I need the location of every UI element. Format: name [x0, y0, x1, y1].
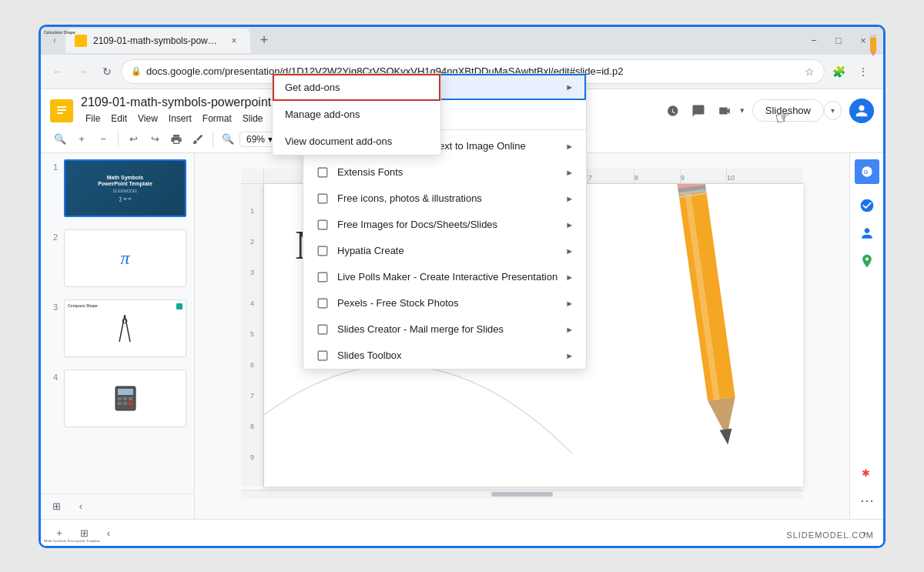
toolbar-zoom-in[interactable]: + [72, 129, 92, 149]
slide-panel: 1 Math SymbolsPowerPoint Template SLIDEM… [41, 153, 195, 519]
sidebar-google-icon[interactable]: G [855, 159, 879, 184]
panel-collapse-button[interactable]: ‹ [72, 497, 90, 516]
maximize-button[interactable]: □ [831, 35, 846, 46]
minimize-button[interactable]: − [806, 35, 822, 46]
menu-item-free-icons[interactable]: Free icons, photos & illustrations ► [303, 186, 586, 212]
slideshow-button[interactable]: Slideshow [752, 99, 824, 122]
sidebar-asterisk-icon[interactable]: ✱ [855, 460, 879, 485]
toolbar-redo[interactable]: ↪ [145, 129, 165, 149]
free-icons-icon [316, 192, 330, 206]
svg-rect-43 [318, 325, 327, 334]
toolbar-paint[interactable] [188, 129, 208, 149]
extensions-icon[interactable]: 🧩 [828, 61, 849, 82]
slide-num-1: 1 [49, 162, 58, 172]
camera-dropdown[interactable]: ▾ [740, 105, 745, 115]
free-icons-chevron: ► [565, 194, 574, 203]
secure-icon: 🔒 [131, 66, 142, 76]
menu-view[interactable]: View [133, 111, 162, 126]
active-tab[interactable]: 2109-01-math-symbols-powerp... × [65, 28, 250, 53]
close-window-button[interactable]: × [855, 35, 871, 46]
grid-view-button[interactable]: ⊞ [47, 497, 65, 516]
horizontal-scrollbar[interactable] [241, 490, 803, 499]
menu-item-live-polls[interactable]: Live Polls Maker - Create Interactive Pr… [303, 264, 586, 290]
scrollbar-thumb[interactable] [491, 492, 553, 497]
history-icon[interactable] [661, 100, 683, 122]
doc-action-icons: ▾ [661, 100, 745, 122]
svg-rect-38 [318, 194, 327, 203]
collapse-panel-button[interactable]: ‹ [99, 523, 118, 542]
window-controls: − □ × [806, 35, 877, 46]
toolbar-undo[interactable]: ↩ [123, 129, 143, 149]
bookmark-star-icon[interactable]: ☆ [805, 65, 815, 78]
refresh-button[interactable]: ↻ [96, 61, 118, 82]
live-polls-icon [316, 270, 330, 284]
sidebar-person-icon[interactable] [855, 221, 879, 246]
slideshow-area: Slideshow ▾ [752, 99, 842, 122]
hypatia-chevron: ► [565, 246, 574, 256]
slide-thumb-1[interactable]: 1 Math SymbolsPowerPoint Template SLIDEM… [41, 153, 194, 223]
pexels-chevron: ► [565, 299, 574, 308]
svg-rect-2 [57, 109, 66, 111]
toolbar-zoom-out[interactable]: − [93, 129, 113, 149]
sidebar-maps-icon[interactable] [855, 249, 879, 273]
svg-rect-44 [318, 351, 327, 360]
v-tick-2: 2 [241, 238, 263, 246]
menu-item-extensis[interactable]: Extensis Fonts ► [303, 159, 586, 186]
app-logo [50, 99, 73, 122]
browser-menu-icon[interactable]: ⋮ [852, 61, 874, 82]
thumb-compass [65, 311, 186, 350]
slide-thumb-2[interactable]: 2 π Math Symbols Powerpoint [41, 223, 194, 293]
menu-item-slides-creator[interactable]: Slides Creator - Mail merge for Slides ► [303, 316, 586, 343]
ruler-tick-7: 7 [588, 169, 592, 183]
slideshow-dropdown-button[interactable]: ▾ [824, 101, 842, 120]
forward-button[interactable]: → [72, 61, 93, 82]
submenu-view-doc-addons[interactable]: View document add-ons [273, 128, 440, 155]
more-dots-icon: ⋯ [860, 492, 874, 509]
new-tab-button[interactable]: + [253, 30, 275, 52]
browser-right-icons: 🧩 ⋮ [828, 61, 877, 82]
comments-icon[interactable] [688, 100, 709, 122]
sidebar-check-icon[interactable] [855, 193, 879, 218]
menu-format[interactable]: Format [198, 111, 236, 126]
menu-insert[interactable]: Insert [164, 111, 196, 126]
share-button[interactable] [849, 99, 874, 123]
v-tick-6: 6 [241, 361, 263, 369]
menu-file[interactable]: File [81, 111, 105, 126]
submenu-get-addons[interactable]: Get add-ons [273, 74, 440, 101]
svg-rect-18 [129, 402, 132, 405]
ruler-corner [241, 169, 264, 184]
right-sidebar: G ✱ ⋯ [849, 153, 883, 519]
menu-item-free-images[interactable]: Free Images for Docs/Sheets/Slides ► [303, 212, 586, 238]
menu-slide[interactable]: Slide [238, 111, 268, 126]
menu-item-pexels[interactable]: Pexels - Free Stock Photos ► [303, 290, 586, 316]
free-icons-label: Free icons, photos & illustrations [337, 192, 482, 204]
toolbar-print[interactable] [166, 129, 186, 149]
ruler-vertical: 1 2 3 4 5 6 7 8 9 [241, 184, 264, 487]
get-addons-label: Get add-ons [285, 82, 340, 93]
menu-edit[interactable]: Edit [106, 111, 132, 126]
sidebar-more-icon[interactable]: ⋯ [855, 488, 879, 513]
free-images-chevron: ► [565, 220, 574, 229]
submenu-manage-addons[interactable]: Manage add-ons [273, 101, 440, 128]
tab-favicon [75, 35, 87, 47]
v-tick-1: 1 [241, 207, 263, 215]
slide-thumb-4[interactable]: 4 Calculator Shape [41, 363, 194, 433]
thumb-symbols: ∑ π ∞ [119, 196, 131, 201]
camera-icon[interactable] [714, 100, 735, 122]
toolbar-search[interactable]: 🔍 [50, 129, 70, 149]
toolbar-zoom-search[interactable]: 🔍 [218, 129, 238, 149]
extensis-label: Extensis Fonts [337, 166, 403, 178]
ruler-tick-9: 9 [680, 169, 685, 183]
thumb-content-4: Calculator Shape [65, 370, 186, 426]
v-tick-3: 3 [241, 269, 263, 276]
menu-item-slides-toolbox[interactable]: Slides Toolbox ► [303, 343, 586, 369]
v-tick-5: 5 [241, 330, 263, 338]
view-doc-addons-label: View document add-ons [285, 135, 392, 147]
slides-toolbox-label: Slides Toolbox [337, 350, 402, 361]
tab-scroll-left[interactable]: ‹ [47, 33, 62, 49]
menu-item-hypatia[interactable]: Hypatia Create ► [303, 238, 586, 264]
v-tick-9: 9 [241, 453, 263, 461]
back-button[interactable]: ← [47, 61, 69, 82]
slide-thumb-3[interactable]: 3 Compass Shape [41, 293, 194, 363]
tab-close-button[interactable]: × [227, 34, 241, 48]
